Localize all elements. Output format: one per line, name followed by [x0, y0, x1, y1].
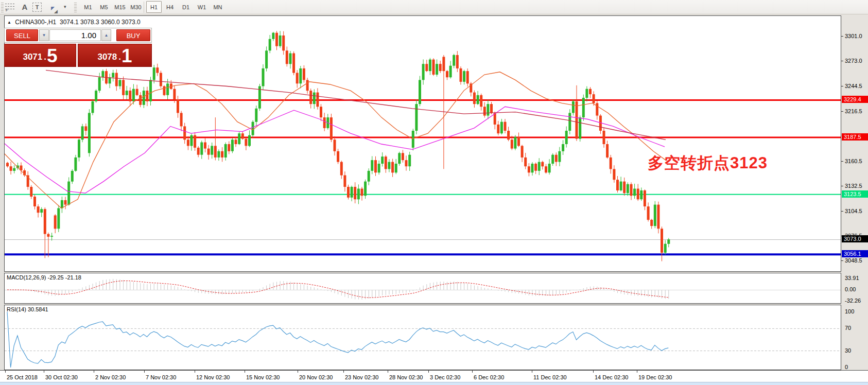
candle-body: [303, 68, 305, 80]
candle-body: [337, 151, 339, 162]
candle-body: [371, 160, 373, 171]
date-label: 6 Dec 02:30: [474, 374, 504, 380]
macd-histogram-bar: [147, 284, 147, 290]
macd-histogram-bar: [205, 290, 205, 293]
macd-histogram-bar: [164, 285, 165, 290]
macd-histogram-bar: [369, 290, 369, 299]
macd-histogram-bar: [403, 290, 403, 293]
sell-price-display[interactable]: 3071 . 5: [4, 44, 76, 67]
candle-body: [528, 166, 530, 172]
chevron-down-icon[interactable]: ▾: [64, 4, 66, 9]
candle-body: [667, 239, 670, 244]
timeframe-D1[interactable]: D1: [178, 1, 194, 13]
volume-input[interactable]: [49, 29, 101, 41]
timeframe-H1[interactable]: H1: [146, 1, 162, 13]
price-badge: 3187.5: [842, 133, 868, 141]
macd-histogram-bar: [79, 289, 79, 290]
macd-histogram-bar: [181, 288, 182, 290]
candle-body: [214, 146, 217, 157]
macd-histogram-bar: [454, 282, 454, 290]
candle-body: [357, 189, 360, 200]
buy-price-display[interactable]: 3078 . 1: [78, 44, 152, 67]
macd-histogram-bar: [467, 284, 468, 290]
buy-button[interactable]: BUY: [116, 29, 150, 41]
volume-up-button[interactable]: ▲: [101, 29, 111, 41]
macd-histogram-bar: [569, 290, 570, 291]
text-box-icon[interactable]: T: [32, 3, 42, 12]
macd-histogram-bar: [249, 290, 250, 292]
candle-body: [50, 236, 53, 237]
candle-body: [490, 104, 493, 113]
macd-histogram-bar: [246, 290, 246, 292]
candle-body: [211, 146, 213, 154]
macd-histogram-bar: [215, 290, 216, 294]
candle-body: [221, 151, 223, 157]
macd-histogram-bar: [586, 287, 587, 290]
candle-body: [534, 164, 537, 171]
timeframe-W1[interactable]: W1: [194, 1, 210, 13]
macd-histogram-bar: [577, 290, 577, 290]
date-label: 20 Nov 02:30: [299, 374, 333, 380]
price-tick-label: 3273.0: [845, 58, 862, 64]
macd-histogram-bar: [335, 290, 335, 293]
macd-histogram-bar: [341, 290, 342, 295]
candle-body: [180, 113, 183, 126]
candle-body: [657, 205, 659, 229]
macd-histogram-bar: [645, 290, 645, 296]
macd-histogram-bar: [45, 290, 45, 294]
candle-body: [228, 144, 230, 151]
macd-histogram-bar: [365, 290, 366, 299]
rsi-axis-label: 0: [845, 364, 848, 370]
buy-price-pip: 1: [121, 47, 132, 65]
candle-body: [395, 164, 397, 172]
sell-button[interactable]: SELL: [6, 29, 38, 41]
macd-histogram-bar: [355, 290, 355, 299]
macd-histogram-bar: [628, 290, 628, 295]
candle-body: [173, 89, 176, 100]
macd-histogram-bar: [218, 290, 219, 294]
timeframe-MN[interactable]: MN: [210, 1, 225, 13]
timeframe-M30[interactable]: M30: [128, 1, 144, 13]
candle-body: [405, 160, 408, 166]
macd-panel[interactable]: [4, 273, 841, 304]
macd-histogram-bar: [256, 290, 256, 290]
macd-histogram-bar: [344, 290, 345, 297]
macd-histogram-bar: [195, 290, 195, 292]
macd-histogram-bar: [65, 290, 66, 294]
candle-body: [473, 93, 476, 104]
macd-histogram-bar: [127, 281, 127, 290]
timeframe-M5[interactable]: M5: [96, 1, 112, 13]
rsi-panel[interactable]: [4, 305, 841, 370]
candle-body: [456, 55, 459, 68]
text-label-icon[interactable]: A: [19, 1, 31, 13]
macd-histogram-bar: [437, 282, 437, 290]
collapse-icon[interactable]: ▲: [7, 20, 11, 25]
macd-histogram-bar: [130, 282, 130, 290]
macd-histogram-bar: [253, 290, 253, 291]
candle-body: [633, 189, 636, 196]
macd-histogram-bar: [93, 284, 93, 290]
timeframe-H4[interactable]: H4: [162, 1, 178, 13]
timeframe-M15[interactable]: M15: [112, 1, 128, 13]
candle-body: [630, 184, 633, 196]
level-line: [5, 253, 841, 255]
timeframe-M1[interactable]: M1: [80, 1, 96, 13]
candle-body: [436, 64, 438, 75]
volume-down-button[interactable]: ▼: [39, 29, 49, 41]
date-tick: [593, 371, 594, 373]
macd-svg: [5, 273, 841, 303]
macd-histogram-bar: [154, 284, 154, 290]
toolbar-grip[interactable]: [1, 2, 4, 12]
candle-body: [177, 99, 179, 113]
candle-body: [500, 122, 503, 134]
shapes-icon[interactable]: ◤ ◢: [49, 1, 62, 13]
candle-body: [235, 139, 237, 144]
macd-histogram-bar: [297, 284, 298, 290]
candle-body: [334, 139, 336, 151]
candle-body: [109, 77, 111, 83]
macd-histogram-bar: [324, 290, 325, 290]
candle-body: [524, 157, 527, 166]
candle-body: [238, 133, 240, 144]
macd-histogram-bar: [464, 283, 464, 290]
fibonacci-icon[interactable]: F: [5, 3, 15, 11]
